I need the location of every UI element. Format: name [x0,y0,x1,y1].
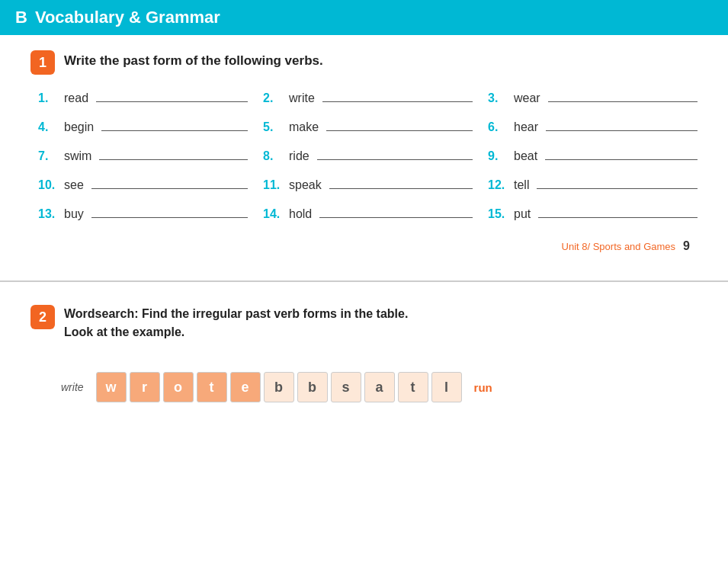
verb-word: wear [514,91,540,105]
verb-word: ride [289,149,309,163]
verb-item: 7. swim [38,148,248,163]
verb-item: 1. read [38,90,248,105]
verb-item: 11. speak [263,177,473,192]
verb-word: swim [64,149,91,163]
verb-answer-line[interactable] [545,148,698,160]
verb-answer-line[interactable] [317,148,473,160]
verb-number: 15. [488,207,509,221]
wordsearch-cell: t [197,372,227,402]
verb-item: 2. write [263,90,473,105]
verb-number: 13. [38,207,59,221]
verb-word: tell [514,178,529,192]
wordsearch-cell: l [431,372,462,402]
verb-item: 14. hold [263,206,473,221]
verb-answer-line[interactable] [326,119,473,131]
verb-number: 11. [263,178,284,192]
run-label: run [474,381,492,394]
verb-item: 5. make [263,119,473,134]
verb-answer-line[interactable] [319,206,473,218]
wordsearch-cell: s [331,372,361,402]
page-number: 9 [683,239,690,253]
unit-label: Unit 8/ Sports and Games [562,241,676,252]
verb-word: read [64,91,88,105]
verb-word: hold [289,207,312,221]
section-title: Vocabulary & Grammar [35,8,220,27]
verb-number: 8. [263,149,284,163]
verb-word: speak [289,178,322,192]
verb-answer-line[interactable] [91,177,248,189]
verb-answer-line[interactable] [329,177,473,189]
verb-item: 8. ride [263,148,473,163]
exercise2-header: 2 Wordsearch: Find the irregular past ve… [30,305,698,357]
verb-number: 10. [38,178,59,192]
verb-number: 7. [38,149,59,163]
verb-answer-line[interactable] [546,119,698,131]
verb-word: hear [514,120,538,134]
page-footer: Unit 8/ Sports and Games 9 [30,239,698,253]
verb-number: 3. [488,91,509,105]
exercise2-number: 2 [30,305,55,329]
verb-item: 10. see [38,177,248,192]
verb-number: 12. [488,178,509,192]
wordsearch-cell: e [230,372,261,402]
wordsearch-cell: t [398,372,428,402]
verb-item: 12. tell [488,177,698,192]
wordsearch-cell: b [264,372,294,402]
verb-answer-line[interactable] [99,148,248,160]
exercise2-line2: Look at the example. [64,325,184,338]
verb-item: 6. hear [488,119,698,134]
verb-grid: 1. read 2. write 3. wear 4. begin 5. mak… [38,90,698,221]
exercise1-header: 1 Write the past form of the following v… [30,50,698,75]
verb-word: put [514,207,531,221]
verb-answer-line[interactable] [322,90,473,102]
verb-item: 13. buy [38,206,248,221]
exercise2-line1: Wordsearch: Find the irregular past verb… [64,307,408,320]
verb-word: beat [514,149,537,163]
verb-number: 9. [488,149,509,163]
page-content: 1 Write the past form of the following v… [0,35,728,268]
verb-number: 4. [38,120,59,134]
lower-section: 2 Wordsearch: Find the irregular past ve… [0,282,728,418]
verb-answer-line[interactable] [96,90,248,102]
verb-answer-line[interactable] [537,177,698,189]
verb-answer-line[interactable] [538,206,698,218]
verb-item: 15. put [488,206,698,221]
verb-word: write [289,91,315,105]
wordsearch-cell: a [364,372,395,402]
verb-number: 1. [38,91,59,105]
wordsearch-row: write wrotebbsatl run [61,372,698,402]
verb-answer-line[interactable] [91,206,248,218]
verb-word: buy [64,207,84,221]
wordsearch-cell: w [96,372,127,402]
verb-word: see [64,178,84,192]
verb-number: 5. [263,120,284,134]
verb-item: 9. beat [488,148,698,163]
verb-item: 3. wear [488,90,698,105]
verb-number: 6. [488,120,509,134]
write-label: write [61,381,84,393]
exercise2-instruction: Wordsearch: Find the irregular past verb… [64,305,408,341]
verb-item: 4. begin [38,119,248,134]
wordsearch-cell: o [163,372,194,402]
verb-word: make [289,120,319,134]
verb-answer-line[interactable] [548,90,698,102]
section-header: B Vocabulary & Grammar [0,0,728,35]
verb-number: 14. [263,207,284,221]
verb-number: 2. [263,91,284,105]
section-letter: B [15,8,27,27]
wordsearch-cell: r [130,372,160,402]
wordsearch-cells: wrotebbsatl [96,372,462,402]
verb-answer-line[interactable] [101,119,248,131]
wordsearch-cell: b [297,372,328,402]
exercise1-number: 1 [30,50,55,75]
exercise1-instruction: Write the past form of the following ver… [64,50,323,69]
verb-word: begin [64,120,94,134]
